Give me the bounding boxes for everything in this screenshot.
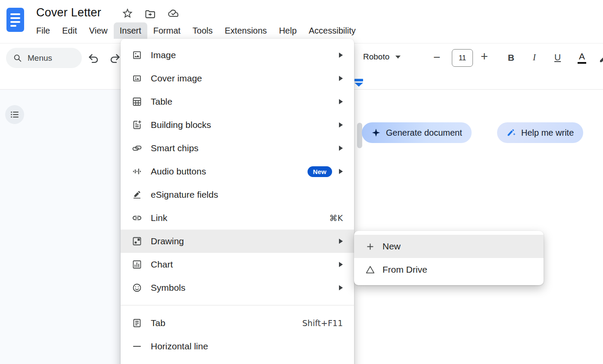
menu-item-chart[interactable]: Chart [121, 253, 354, 276]
menu-item-label: Smart chips [151, 143, 199, 153]
menu-item-tab[interactable]: Tab Shift+F11 [121, 311, 354, 335]
menubar-edit[interactable]: Edit [56, 22, 83, 39]
highlighter-icon[interactable] [598, 51, 603, 64]
google-docs-app: Cover Letter File Edit View Insert Forma… [0, 0, 603, 364]
increase-font-size-button[interactable]: + [481, 50, 488, 64]
submenu-item-label: From Drive [382, 264, 427, 275]
menubar-view[interactable]: View [83, 22, 114, 39]
chevron-down-icon [395, 56, 401, 59]
horizontal-line-icon [132, 341, 142, 352]
text-color-button[interactable]: A [578, 51, 586, 64]
submenu-arrow-icon [339, 99, 343, 104]
table-icon [132, 96, 142, 107]
menu-separator [121, 305, 354, 305]
esignature-icon [132, 190, 142, 200]
submenu-item-new[interactable]: New [354, 235, 544, 258]
menu-item-label: Symbols [151, 283, 186, 293]
search-icon [13, 53, 22, 63]
menu-item-label: Audio buttons [151, 166, 206, 177]
image-icon [132, 50, 142, 60]
menus-label: Menus [28, 53, 52, 63]
show-outline-button[interactable] [5, 105, 24, 124]
cloud-saved-icon[interactable] [168, 7, 180, 19]
first-line-indent-marker[interactable] [354, 79, 363, 81]
menu-item-label: Drawing [151, 236, 184, 246]
undo-icon[interactable] [87, 52, 99, 64]
menu-item-horizontal-line[interactable]: Horizontal line [121, 335, 354, 358]
drawing-icon [132, 236, 142, 246]
symbols-icon [132, 283, 142, 293]
chart-icon [132, 259, 142, 270]
left-indent-marker[interactable] [354, 83, 363, 87]
link-icon [132, 213, 142, 223]
bold-button[interactable]: B [508, 53, 514, 63]
help-me-write-label: Help me write [521, 128, 574, 138]
menu-item-label: Table [151, 96, 172, 107]
menu-item-esignature-fields[interactable]: eSignature fields [121, 183, 354, 206]
menu-item-link[interactable]: Link ⌘K [121, 206, 354, 230]
font-size-input[interactable]: 11 [452, 49, 473, 67]
submenu-arrow-icon [339, 169, 343, 174]
new-badge: New [308, 166, 332, 177]
underline-button[interactable]: U [554, 52, 561, 62]
audio-buttons-icon [132, 166, 142, 177]
italic-button[interactable]: I [533, 52, 536, 63]
cover-image-icon [132, 73, 142, 84]
menubar-format[interactable]: Format [147, 22, 186, 39]
menu-item-drawing[interactable]: Drawing [121, 230, 354, 253]
drive-icon [365, 265, 375, 275]
menubar-extensions[interactable]: Extensions [219, 22, 273, 39]
menu-item-label: Image [151, 50, 176, 60]
menu-item-smart-chips[interactable]: Smart chips [121, 137, 354, 160]
submenu-arrow-icon [339, 146, 343, 151]
submenu-arrow-icon [339, 122, 343, 128]
menubar-insert[interactable]: Insert [114, 22, 147, 39]
decrease-font-size-button[interactable]: − [433, 50, 440, 64]
menu-item-audio-buttons[interactable]: Audio buttons New [121, 160, 354, 183]
menubar: File Edit View Insert Format Tools Exten… [30, 22, 362, 39]
menubar-accessibility[interactable]: Accessibility [303, 22, 362, 39]
help-me-write-button[interactable]: Help me write [497, 122, 583, 143]
submenu-arrow-icon [339, 262, 343, 267]
submenu-arrow-icon [339, 285, 343, 290]
menu-item-symbols[interactable]: Symbols [121, 276, 354, 299]
star-icon[interactable] [121, 7, 134, 19]
menu-item-image[interactable]: Image [121, 44, 354, 67]
font-name: Roboto [363, 52, 389, 62]
submenu-item-from-drive[interactable]: From Drive [354, 258, 544, 281]
document-title[interactable]: Cover Letter [36, 6, 101, 19]
tab-icon [132, 318, 142, 328]
submenu-arrow-icon [339, 53, 343, 58]
menu-item-table[interactable]: Table [121, 90, 354, 113]
block-drag-handle[interactable] [357, 123, 362, 148]
menus-search-button[interactable]: Menus [6, 48, 82, 68]
menu-item-cover-image[interactable]: Cover image [121, 67, 354, 90]
submenu-arrow-icon [339, 76, 343, 81]
docs-logo-icon[interactable] [6, 8, 24, 32]
generate-document-label: Generate document [386, 128, 462, 138]
outline-list-icon [9, 109, 20, 120]
redo-icon[interactable] [109, 52, 121, 64]
building-blocks-icon [132, 120, 142, 130]
menu-item-label: Chart [151, 259, 173, 270]
font-family-select[interactable]: Roboto [363, 52, 401, 62]
menu-item-building-blocks[interactable]: Building blocks [121, 113, 354, 137]
menubar-file[interactable]: File [30, 22, 56, 39]
drawing-submenu: New From Drive [354, 231, 544, 285]
menu-item-label: Tab [151, 318, 165, 328]
menubar-help[interactable]: Help [273, 22, 303, 39]
menubar-tools[interactable]: Tools [186, 22, 219, 39]
shortcut-label: Shift+F11 [302, 318, 343, 328]
menu-item-label: Cover image [151, 73, 202, 84]
plus-icon [365, 242, 375, 252]
menu-item-label: Link [151, 213, 168, 223]
smart-chips-icon [132, 143, 142, 153]
submenu-arrow-icon [339, 239, 343, 244]
insert-menu: Image Cover image Table Building blocks … [121, 39, 354, 364]
menu-item-label: eSignature fields [151, 190, 218, 200]
submenu-item-label: New [382, 241, 401, 252]
generate-document-button[interactable]: Generate document [362, 122, 472, 143]
sparkle-icon [371, 128, 381, 137]
menu-item-label: Horizontal line [151, 341, 208, 352]
move-folder-icon[interactable] [144, 8, 156, 20]
